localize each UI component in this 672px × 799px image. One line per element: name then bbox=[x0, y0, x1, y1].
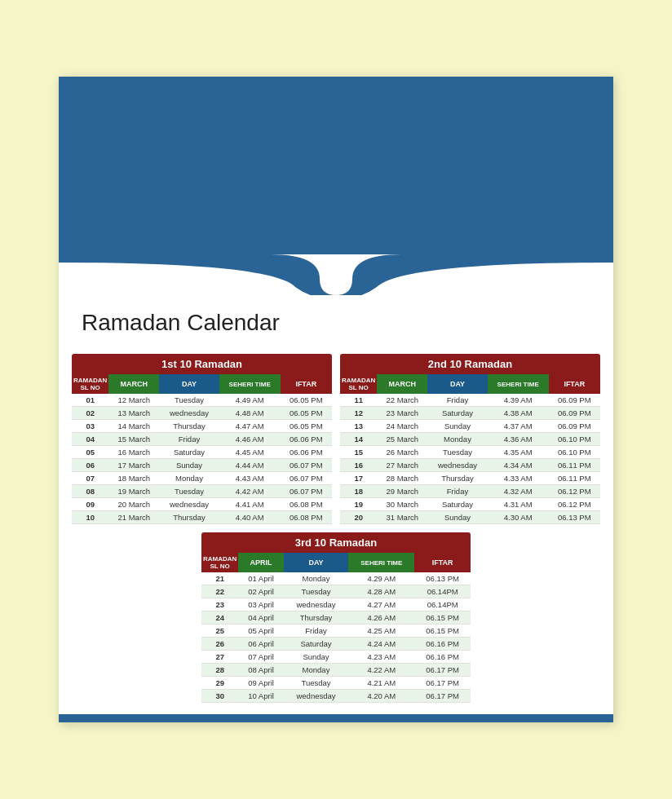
table-cell: 13 March bbox=[108, 407, 159, 420]
section2-tbody: 1122 MarchFriday4.39 AM06.09 PM1223 Marc… bbox=[340, 394, 600, 524]
table-cell: 13 bbox=[340, 420, 377, 433]
section1-block: 1st 10 Ramadan RAMADAN SL NO MARCH DAY S… bbox=[72, 354, 332, 524]
table-cell: 02 April bbox=[238, 585, 283, 598]
table-cell: 06 April bbox=[238, 638, 283, 651]
col-march-2: MARCH bbox=[377, 374, 427, 394]
table-row: 0819 MarchTuesday4.42 AM06.07 PM bbox=[72, 485, 332, 498]
table-cell: 06.06 PM bbox=[281, 433, 332, 446]
table-cell: 06.05 PM bbox=[281, 420, 332, 433]
table-cell: 28 March bbox=[377, 472, 427, 485]
table-row: 1829 MarchFriday4.32 AM06.12 PM bbox=[340, 485, 600, 498]
table-cell: 06.05 PM bbox=[281, 394, 332, 407]
table-cell: Monday bbox=[427, 433, 487, 446]
table-row: 1728 MarchThursday4.33 AM06.11 PM bbox=[340, 472, 600, 485]
section2-header: 2nd 10 Ramadan bbox=[340, 354, 600, 374]
table-cell: 4.20 AM bbox=[348, 690, 414, 703]
table-cell: 4.35 AM bbox=[488, 446, 549, 459]
table-cell: 4.29 AM bbox=[348, 572, 414, 585]
table-cell: 4.47 AM bbox=[219, 420, 281, 433]
table-cell: 16 March bbox=[108, 446, 159, 459]
table-cell: 06.07 PM bbox=[281, 485, 332, 498]
table-cell: 06.08 PM bbox=[281, 498, 332, 511]
table-cell: 06.14PM bbox=[414, 585, 471, 598]
table-cell: 08 bbox=[72, 485, 108, 498]
table-cell: 09 bbox=[72, 498, 108, 511]
table-cell: 28 bbox=[201, 664, 238, 677]
table-row: 0213 Marchwednesday4.48 AM06.05 PM bbox=[72, 407, 332, 420]
table-cell: 24 March bbox=[377, 420, 427, 433]
section3-header: 3rd 10 Ramadan bbox=[201, 532, 471, 553]
table-cell: 06.16 PM bbox=[414, 651, 471, 664]
section2-block: 2nd 10 Ramadan RAMADAN SL NO MARCH DAY S… bbox=[340, 354, 600, 524]
table-cell: 06.17 PM bbox=[414, 677, 471, 690]
table-cell: Monday bbox=[284, 572, 349, 585]
col-march-1: MARCH bbox=[108, 374, 159, 394]
table-cell: wednesday bbox=[284, 598, 349, 611]
table-cell: Friday bbox=[427, 485, 487, 498]
table-cell: Sunday bbox=[284, 651, 349, 664]
table-cell: Monday bbox=[284, 664, 349, 677]
table-row: 2101 AprilMonday4.29 AM06.13 PM bbox=[201, 572, 471, 585]
table-cell: 10 bbox=[72, 511, 108, 524]
table-row: 2808 AprilMonday4.22 AM06.17 PM bbox=[201, 664, 471, 677]
table-cell: Tuesday bbox=[159, 394, 219, 407]
table-row: 0415 MarchFriday4.46 AM06.06 PM bbox=[72, 433, 332, 446]
table-cell: 30 March bbox=[377, 498, 427, 511]
table-cell: 06.12 PM bbox=[549, 485, 600, 498]
table-row: 1324 MarchSunday4.37 AM06.09 PM bbox=[340, 420, 600, 433]
table-cell: 4.27 AM bbox=[348, 598, 414, 611]
table-cell: wednesday bbox=[427, 459, 487, 472]
table-row: 0617 MarchSunday4.44 AM06.07 PM bbox=[72, 459, 332, 472]
wave-svg bbox=[59, 254, 613, 295]
table-cell: 06.09 PM bbox=[549, 420, 600, 433]
col-day-3: DAY bbox=[284, 553, 349, 572]
table-cell: Thursday bbox=[427, 472, 487, 485]
table-cell: 4.44 AM bbox=[219, 459, 281, 472]
table-cell: 06.13 PM bbox=[414, 572, 471, 585]
section3-table: RAMADAN SL NO APRIL DAY SEHERI TIME IFTA… bbox=[201, 553, 471, 703]
table-cell: 4.28 AM bbox=[348, 585, 414, 598]
col-iftar-3: IFTAR bbox=[414, 553, 471, 572]
table-cell: 23 March bbox=[377, 407, 427, 420]
col-seheri-2: SEHERI TIME bbox=[488, 374, 549, 394]
table-cell: 06.10 PM bbox=[549, 433, 600, 446]
table-cell: 01 April bbox=[238, 572, 283, 585]
table-cell: 4.21 AM bbox=[348, 677, 414, 690]
section1-header: 1st 10 Ramadan bbox=[72, 354, 332, 374]
section3-wrap: 3rd 10 Ramadan RAMADAN SL NO APRIL DAY S… bbox=[59, 532, 613, 714]
table-cell: 06.16 PM bbox=[414, 638, 471, 651]
table-cell: 26 March bbox=[377, 446, 427, 459]
page-title: Ramadan Calendar bbox=[82, 310, 590, 336]
table-cell: wednesday bbox=[159, 407, 219, 420]
table-cell: 17 bbox=[340, 472, 377, 485]
table-cell: 18 March bbox=[108, 472, 159, 485]
table-cell: 06.10 PM bbox=[549, 446, 600, 459]
table-cell: 29 bbox=[201, 677, 238, 690]
col-seheri-3: SEHERI TIME bbox=[348, 553, 414, 572]
table-row: 0718 MarchMonday4.43 AM06.07 PM bbox=[72, 472, 332, 485]
col-seheri-1: SEHERI TIME bbox=[219, 374, 281, 394]
table-cell: 4.36 AM bbox=[488, 433, 549, 446]
table-cell: 23 bbox=[201, 598, 238, 611]
table-cell: 06.14PM bbox=[414, 598, 471, 611]
table-cell: 4.26 AM bbox=[348, 611, 414, 625]
table-row: 1122 MarchFriday4.39 AM06.09 PM bbox=[340, 394, 600, 407]
table-row: 2031 MarchSunday4.30 AM06.13 PM bbox=[340, 511, 600, 524]
section1-tbody: 0112 MarchTuesday4.49 AM06.05 PM0213 Mar… bbox=[72, 394, 332, 524]
col-sl-1: RAMADAN SL NO bbox=[72, 374, 108, 394]
table-cell: 06.13 PM bbox=[549, 511, 600, 524]
table-cell: 21 March bbox=[108, 511, 159, 524]
table-cell: 21 bbox=[201, 572, 238, 585]
table-cell: 4.43 AM bbox=[219, 472, 281, 485]
table-row: 0516 MarchSaturday4.45 AM06.06 PM bbox=[72, 446, 332, 459]
table-row: 1627 Marchwednesday4.34 AM06.11 PM bbox=[340, 459, 600, 472]
table-cell: Saturday bbox=[284, 638, 349, 651]
table-row: 3010 Aprilwednesday4.20 AM06.17 PM bbox=[201, 690, 471, 703]
table-cell: 4.48 AM bbox=[219, 407, 281, 420]
table-cell: 06.09 PM bbox=[549, 407, 600, 420]
table-row: 2909 AprilTuesday4.21 AM06.17 PM bbox=[201, 677, 471, 690]
table-cell: 27 March bbox=[377, 459, 427, 472]
table-row: 2202 AprilTuesday4.28 AM06.14PM bbox=[201, 585, 471, 598]
table-cell: 19 bbox=[340, 498, 377, 511]
table-cell: 12 March bbox=[108, 394, 159, 407]
